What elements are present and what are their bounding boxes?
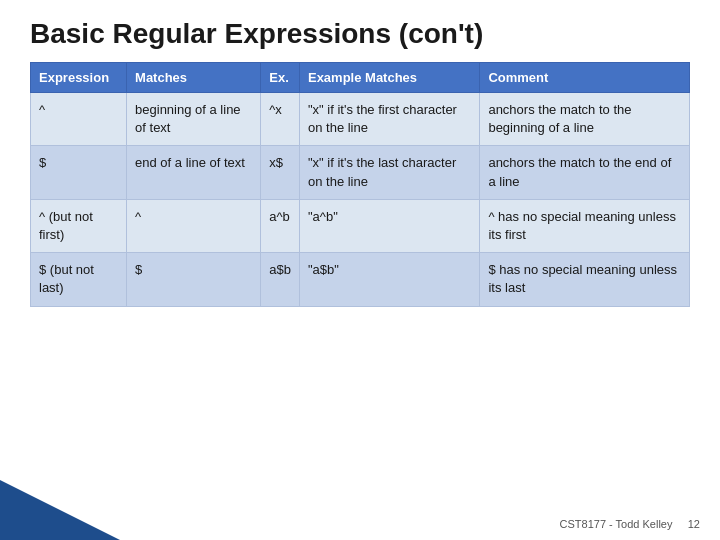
cell-2-matches: ^ <box>127 199 261 252</box>
col-header-matches: Matches <box>127 63 261 93</box>
table-row: ^beginning of a line of text^x"x" if it'… <box>31 93 690 146</box>
cell-3-example_matches: "a$b" <box>299 253 479 306</box>
col-header-example-matches: Example Matches <box>299 63 479 93</box>
cell-3-expression: $ (but not last) <box>31 253 127 306</box>
col-header-expression: Expression <box>31 63 127 93</box>
cell-0-matches: beginning of a line of text <box>127 93 261 146</box>
cell-2-example_matches: "a^b" <box>299 199 479 252</box>
expressions-table: Expression Matches Ex. Example Matches C… <box>30 62 690 307</box>
cell-1-ex: x$ <box>261 146 300 199</box>
cell-0-expression: ^ <box>31 93 127 146</box>
cell-2-comment: ^ has no special meaning unless its firs… <box>480 199 690 252</box>
cell-0-comment: anchors the match to the beginning of a … <box>480 93 690 146</box>
slide-title: Basic Regular Expressions (con't) <box>0 0 720 62</box>
footer: CST8177 - Todd Kelley 12 <box>560 518 700 530</box>
table-container: Expression Matches Ex. Example Matches C… <box>0 62 720 307</box>
cell-1-matches: end of a line of text <box>127 146 261 199</box>
cell-3-comment: $ has no special meaning unless its last <box>480 253 690 306</box>
decorative-strip <box>0 480 120 540</box>
table-row: $ (but not last)$a$b"a$b"$ has no specia… <box>31 253 690 306</box>
col-header-ex: Ex. <box>261 63 300 93</box>
col-header-comment: Comment <box>480 63 690 93</box>
table-row: $end of a line of textx$"x" if it's the … <box>31 146 690 199</box>
cell-3-matches: $ <box>127 253 261 306</box>
cell-2-expression: ^ (but not first) <box>31 199 127 252</box>
cell-3-ex: a$b <box>261 253 300 306</box>
slide: Basic Regular Expressions (con't) Expres… <box>0 0 720 540</box>
table-header-row: Expression Matches Ex. Example Matches C… <box>31 63 690 93</box>
cell-0-ex: ^x <box>261 93 300 146</box>
cell-1-example_matches: "x" if it's the last character on the li… <box>299 146 479 199</box>
cell-1-expression: $ <box>31 146 127 199</box>
cell-1-comment: anchors the match to the end of a line <box>480 146 690 199</box>
cell-2-ex: a^b <box>261 199 300 252</box>
table-row: ^ (but not first)^a^b"a^b"^ has no speci… <box>31 199 690 252</box>
cell-0-example_matches: "x" if it's the first character on the l… <box>299 93 479 146</box>
